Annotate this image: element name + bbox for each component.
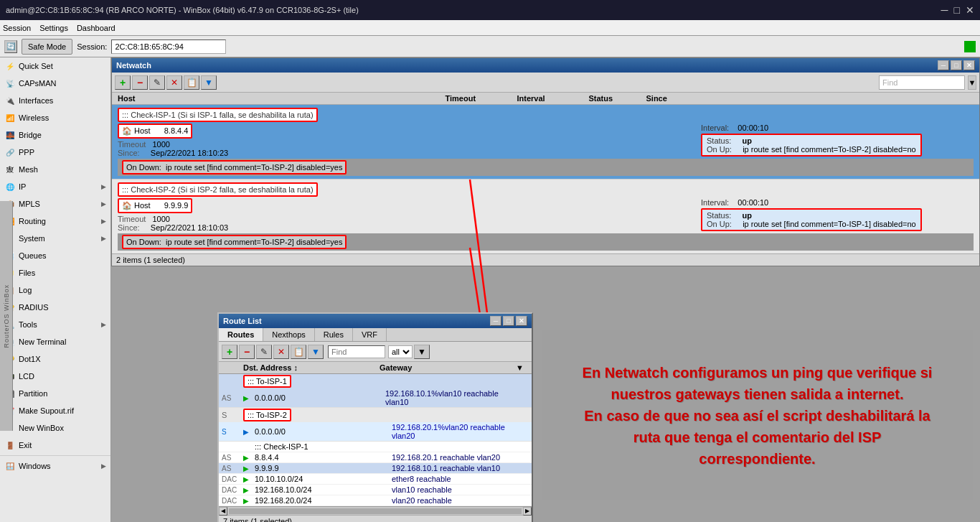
sidebar-item-wireless[interactable]: 📶 Wireless <box>0 109 110 126</box>
sidebar-item-files[interactable]: 📁 Files <box>0 264 110 281</box>
routelist-maximize[interactable]: □ <box>503 316 514 326</box>
route-scrollbar[interactable]: ◀ ▶ <box>219 506 532 515</box>
sidebar-item-lcd[interactable]: 📟 LCD <box>0 368 110 385</box>
sidebar-item-interfaces[interactable]: 🔌 Interfaces <box>0 92 110 109</box>
scroll-track[interactable] <box>229 508 522 514</box>
safe-mode-button[interactable]: Safe Mode <box>22 39 72 55</box>
paste-button[interactable]: 📋 <box>184 75 199 90</box>
remove-button[interactable]: − <box>132 75 148 90</box>
routelist-window-controls[interactable]: ─ □ ✕ <box>490 316 527 326</box>
sidebar-item-mpls[interactable]: 📦 MPLS ▶ <box>0 195 110 213</box>
isp1-host-row: 🏠 Host 8.8.4.4 <box>118 123 192 139</box>
sidebar-item-capsman[interactable]: 📡 CAPsMAN <box>0 75 110 92</box>
sidebar-item-tools[interactable]: 🔧 Tools ▶ <box>0 316 110 333</box>
find-dropdown[interactable]: ▼ <box>968 75 976 90</box>
sidebar-item-quick-set[interactable]: ⚡ Quick Set <box>0 57 110 75</box>
sidebar-item-ppp[interactable]: 🔗 PPP <box>0 144 110 161</box>
col-dst-header[interactable]: Dst. Address ↕ <box>243 363 380 372</box>
minimize-btn[interactable]: ─ <box>941 4 948 16</box>
route-copy-btn[interactable]: ✕ <box>273 345 289 359</box>
sidebar-label-files: Files <box>19 269 35 277</box>
sidebar-label-make-supout: Make Supout.rif <box>19 406 74 415</box>
add-button[interactable]: + <box>115 75 131 90</box>
route-row-check-isp1-data[interactable]: AS ▶ 8.8.4.4 192.168.20.1 reachable vlan… <box>219 452 532 463</box>
session-input[interactable] <box>111 39 226 54</box>
route-row-dac2[interactable]: DAC ▶ 192.168.10.0/24 vlan10 reachable <box>219 485 532 495</box>
sidebar-item-new-winbox[interactable]: 🖥 New WinBox <box>0 419 110 437</box>
netwatch-close[interactable]: ✕ <box>963 60 975 70</box>
route-filter-btn[interactable]: ▼ <box>308 345 324 359</box>
routeros-label-text: RouterOS WinBox <box>3 284 10 348</box>
scroll-right-btn[interactable]: ▶ <box>523 507 532 516</box>
sidebar-item-routing[interactable]: 🔀 Routing ▶ <box>0 213 110 230</box>
window-controls[interactable]: ─ □ ✕ <box>941 4 974 16</box>
routelist-close[interactable]: ✕ <box>516 316 527 326</box>
sidebar-item-system[interactable]: ⚙ System ▶ <box>0 230 110 247</box>
edit-button[interactable]: ✎ <box>149 75 165 90</box>
scroll-left-btn[interactable]: ◀ <box>219 507 227 516</box>
sidebar-label-wireless: Wireless <box>19 113 49 122</box>
routelist-title: Route List <box>223 317 262 325</box>
sidebar-item-ip[interactable]: 🌐 IP ▶ <box>0 178 110 195</box>
isp2-on-down-value: On Down: ip route set [find comment=To-I… <box>122 235 347 249</box>
route-row-isp1-group[interactable]: ::: To-ISP-1 AS ▶ 0.0.0.0/0 192.168.10.1… <box>219 374 532 408</box>
filter-button[interactable]: ▼ <box>201 75 217 90</box>
menu-settings[interactable]: Settings <box>39 24 68 32</box>
routelist-minimize[interactable]: ─ <box>490 316 501 326</box>
maximize-btn[interactable]: □ <box>954 4 960 16</box>
sidebar-item-dot1x[interactable]: 🔑 Dot1X <box>0 350 110 368</box>
netwatch-row-1[interactable]: ::: Check-ISP-1 (Si si ISP-1 falla, se d… <box>112 105 979 179</box>
copy-button[interactable]: ✕ <box>166 75 182 90</box>
sidebar-item-new-terminal[interactable]: 💻 New Terminal <box>0 333 110 350</box>
isp1-status-block: Status: up On Up: ip route set [find com… <box>701 134 922 157</box>
route-edit-btn[interactable]: ✎ <box>256 345 272 359</box>
tab-nexthops[interactable]: Nexthops <box>263 328 314 341</box>
sidebar-item-exit[interactable]: 🚪 Exit <box>0 437 110 454</box>
sidebar-item-queues[interactable]: 📊 Queues <box>0 247 110 264</box>
sidebar-item-radius[interactable]: 🔐 RADIUS <box>0 299 110 316</box>
sidebar-item-bridge[interactable]: 🌉 Bridge <box>0 126 110 144</box>
sidebar-item-partition[interactable]: 💾 Partition <box>0 385 110 402</box>
route-paste-btn[interactable]: 📋 <box>291 345 306 359</box>
sidebar-item-windows[interactable]: 🪟 Windows ▶ <box>0 457 110 475</box>
isp2-flag: ▶ <box>243 428 255 436</box>
route-row-isp2-group[interactable]: S ::: To-ISP-2 S ▶ 0.0.0.0/0 192.168.20.… <box>219 408 532 442</box>
sidebar-item-log[interactable]: 📋 Log <box>0 281 110 299</box>
netwatch-maximize[interactable]: □ <box>951 60 962 70</box>
route-status: 7 items (1 selected) <box>219 515 532 522</box>
routelist-titlebar[interactable]: Route List ─ □ ✕ <box>219 314 532 328</box>
route-row-check-isp1[interactable]: ::: Check-ISP-1 <box>219 442 532 452</box>
titlebar: admin@2C:C8:1B:65:8C:94 (RB ARCO NORTE) … <box>0 0 980 20</box>
sidebar-label-dot1x: Dot1X <box>19 355 41 363</box>
route-remove-btn[interactable]: − <box>239 345 255 359</box>
netwatch-row-2[interactable]: ::: Check-ISP-2 (Si si ISP-2 falla, se d… <box>112 179 979 253</box>
route-filter-select[interactable]: all <box>388 345 413 358</box>
route-row-check-isp2-data[interactable]: AS ▶ 9.9.9.9 192.168.10.1 reachable vlan… <box>219 463 532 474</box>
route-find-input[interactable] <box>328 345 385 358</box>
netwatch-find[interactable]: Find <box>879 75 965 90</box>
sidebar-label-capsman: CAPsMAN <box>19 79 57 88</box>
refresh-icon[interactable]: 🔄 <box>4 40 17 53</box>
menu-session[interactable]: Session <box>3 24 31 32</box>
find-placeholder: Find <box>882 78 897 87</box>
menu-dashboard[interactable]: Dashboard <box>77 24 116 32</box>
dac2-type: DAC <box>222 486 243 494</box>
route-row-isp2-data: S ▶ 0.0.0.0/0 192.168.20.1%vlan20 reacha… <box>219 422 532 441</box>
col-dropdown-header[interactable]: ▼ <box>516 363 529 372</box>
sidebar-item-make-supout[interactable]: 📝 Make Supout.rif <box>0 402 110 419</box>
netwatch-titlebar[interactable]: Netwatch ─ □ ✕ <box>112 58 979 73</box>
tab-rules[interactable]: Rules <box>315 328 353 341</box>
tab-routes[interactable]: Routes <box>219 328 263 341</box>
close-btn[interactable]: ✕ <box>966 4 974 16</box>
dac3-type: DAC <box>222 497 243 505</box>
sidebar-item-mesh[interactable]: 🕸 Mesh <box>0 161 110 178</box>
route-row-dac1[interactable]: DAC ▶ 10.10.10.0/24 ether8 reachable <box>219 474 532 485</box>
route-filter-apply[interactable]: ▼ <box>414 345 430 359</box>
tab-vrf[interactable]: VRF <box>353 328 387 341</box>
host2-icon: 🏠 <box>122 201 132 210</box>
route-add-btn[interactable]: + <box>222 345 237 359</box>
netwatch-window-controls[interactable]: ─ □ ✕ <box>938 60 975 70</box>
netwatch-minimize[interactable]: ─ <box>938 60 949 70</box>
route-row-dac3[interactable]: DAC ▶ 192.168.20.0/24 vlan20 reachable <box>219 495 532 506</box>
sidebar-label-interfaces: Interfaces <box>19 96 53 105</box>
